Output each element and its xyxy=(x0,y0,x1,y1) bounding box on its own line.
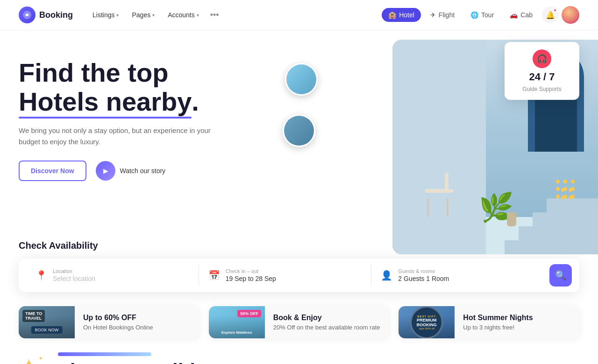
promo-card-2-content: Book & Enjoy 20% Off on the best availab… xyxy=(265,306,389,338)
guests-field[interactable]: 👤 Guests & rooms 2 Guests 1 Room xyxy=(371,265,544,286)
promo-2-tagline: Explore Maldives xyxy=(213,330,261,335)
hero-title-underlined: Hotels nearby xyxy=(19,87,192,116)
watch-story-button[interactable]: ▶ Watch our story xyxy=(96,161,166,181)
chevron-down-icon: ▾ xyxy=(116,13,119,18)
support-icon: 🎧 xyxy=(533,49,551,68)
blue-bar-decoration xyxy=(58,352,151,356)
avatar[interactable] xyxy=(562,6,579,24)
play-icon: ▶ xyxy=(103,167,108,175)
bottom-content: The Best Holidays Start xyxy=(58,352,278,364)
nav-links: Listings ▾ Pages ▾ Accounts ▾ ••• xyxy=(87,7,382,22)
nav-right: 🏨 Hotel ✈ Flight 🌐 Tour 🚗 Cab 🔔 xyxy=(382,6,579,24)
checkin-value: 19 Sep to 28 Sep xyxy=(226,275,276,282)
stairs-decoration xyxy=(505,170,598,254)
promo-card-2[interactable]: 50% OFF Explore Maldives Book & Enjoy 20… xyxy=(209,306,390,338)
guests-value: 2 Guests 1 Room xyxy=(398,275,449,282)
guests-icon: 👤 xyxy=(381,270,392,281)
support-availability: 24 / 7 xyxy=(529,71,555,83)
avatar-image xyxy=(562,6,579,24)
promo-card-3-content: Hot Summer Nights Up to 3 nights free! xyxy=(455,306,541,338)
best-holidays-title: The Best Holidays Start xyxy=(58,360,278,364)
watch-label: Watch our story xyxy=(120,167,166,175)
search-button[interactable]: 🔍 xyxy=(549,264,572,287)
search-bar: 📍 Location Select location 📅 Check in – … xyxy=(19,259,579,292)
star-decoration: ✦ ✦ ✦ xyxy=(19,355,39,364)
location-field[interactable]: 📍 Location Select location xyxy=(26,265,199,286)
notification-badge xyxy=(553,8,557,12)
location-label: Location xyxy=(53,268,95,274)
promo-card-3[interactable]: BEST GIFT PREMIUMBOOKING upto 50% off Ho… xyxy=(399,306,579,338)
notification-button[interactable]: 🔔 xyxy=(542,7,559,23)
checkin-label: Check in – out xyxy=(226,268,276,274)
hero-section: Find the top Hotels nearby. We bring you… xyxy=(0,30,598,231)
support-label: Guide Supports xyxy=(522,86,561,92)
discover-now-button[interactable]: Discover Now xyxy=(19,161,86,181)
hero-content: Find the top Hotels nearby. We bring you… xyxy=(19,49,299,231)
location-input[interactable]: Select location xyxy=(53,275,95,282)
tab-flight[interactable]: ✈ Flight xyxy=(424,8,461,22)
chevron-down-icon: ▾ xyxy=(197,13,199,18)
brand-name: Booking xyxy=(39,10,73,20)
checkin-field[interactable]: 📅 Check in – out 19 Sep to 28 Sep xyxy=(199,265,372,286)
hero-title: Find the top Hotels nearby. xyxy=(19,58,299,116)
promo-card-2-image: 50% OFF Explore Maldives xyxy=(209,306,265,338)
dots-decoration-2 xyxy=(561,188,572,203)
promo-card-1-subtitle: On Hotel Bookings Online xyxy=(83,324,153,331)
nav-listings[interactable]: Listings ▾ xyxy=(87,7,124,22)
chair-decoration xyxy=(420,180,458,217)
promo-card-1-title: Up to 60% OFF xyxy=(83,314,153,322)
tab-hotel[interactable]: 🏨 Hotel xyxy=(382,8,421,22)
hero-actions: Discover Now ▶ Watch our story xyxy=(19,161,299,181)
nav-accounts[interactable]: Accounts ▾ xyxy=(162,7,205,22)
promo-card-2-subtitle: 20% Off on the best available room rate xyxy=(273,324,380,331)
hero-image-area: 🌿 🎧 24 / 7 Guide Supports xyxy=(299,49,579,231)
promo-1-badge: TIME TOTRAVEL xyxy=(22,310,45,322)
promo-card-1-image: TIME TOTRAVEL BOOK NOW xyxy=(19,306,75,338)
promo-card-3-subtitle: Up to 3 nights free! xyxy=(463,324,533,331)
logo-icon xyxy=(19,7,36,23)
navbar: Booking Listings ▾ Pages ▾ Accounts ▾ ••… xyxy=(0,0,598,30)
location-icon: 📍 xyxy=(36,270,47,281)
hotel-icon: 🏨 xyxy=(388,11,396,19)
hero-description: We bring you not only a stay option, but… xyxy=(19,125,224,147)
tab-tour[interactable]: 🌐 Tour xyxy=(464,8,500,22)
promo-card-3-image: BEST GIFT PREMIUMBOOKING upto 50% off xyxy=(399,306,455,338)
guests-label: Guests & rooms xyxy=(398,268,449,274)
promo-card-1-content: Up to 60% OFF On Hotel Bookings Online xyxy=(75,306,162,338)
promo-1-cta: BOOK NOW xyxy=(31,326,63,334)
nav-pages[interactable]: Pages ▾ xyxy=(126,7,160,22)
more-options-button[interactable]: ••• xyxy=(206,8,223,22)
cab-icon: 🚗 xyxy=(510,11,518,19)
tour-icon: 🌐 xyxy=(470,11,478,19)
support-card: 🎧 24 / 7 Guide Supports xyxy=(505,42,579,100)
promo-card-2-title: Book & Enjoy xyxy=(273,314,380,322)
tab-cab[interactable]: 🚗 Cab xyxy=(503,8,539,22)
premium-badge: BEST GIFT PREMIUMBOOKING upto 50% off xyxy=(410,306,443,338)
promo-card-3-title: Hot Summer Nights xyxy=(463,314,533,322)
logo[interactable]: Booking xyxy=(19,7,73,23)
calendar-icon: 📅 xyxy=(208,270,220,281)
play-button: ▶ xyxy=(96,161,115,181)
promo-card-1[interactable]: TIME TOTRAVEL BOOK NOW Up to 60% OFF On … xyxy=(19,306,199,338)
chevron-down-icon: ▾ xyxy=(152,13,155,18)
flight-icon: ✈ xyxy=(430,11,436,19)
promo-2-badge: 50% OFF xyxy=(237,310,261,317)
bottom-section: ✦ ✦ ✦ The Best Holidays Start xyxy=(0,348,598,364)
promo-section: TIME TOTRAVEL BOOK NOW Up to 60% OFF On … xyxy=(0,292,598,348)
